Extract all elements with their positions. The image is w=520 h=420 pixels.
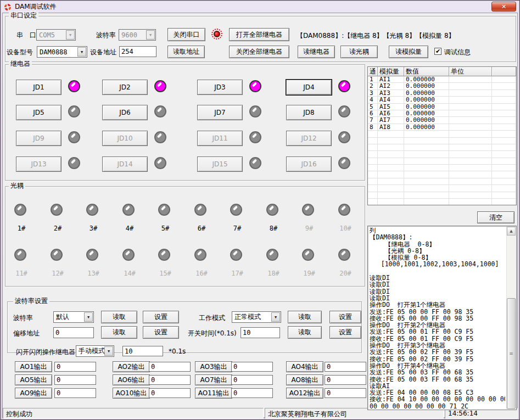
opto-indicator-1 xyxy=(14,204,26,216)
opto-label-15: 15# xyxy=(156,270,174,277)
ao-input-11[interactable] xyxy=(231,388,273,398)
relay-indicator-6 xyxy=(154,105,166,117)
log-line: 【DAM0888】: xyxy=(370,234,505,240)
opto-label-6: 6# xyxy=(193,225,210,232)
scroll-up-icon[interactable]: ▲ xyxy=(507,227,516,236)
ao-button-8[interactable]: AO8输出 xyxy=(286,374,323,385)
ao-button-4[interactable]: AO4输出 xyxy=(286,361,323,372)
opto-indicator-6 xyxy=(194,204,206,216)
opto-label-18: 18# xyxy=(265,270,282,277)
relay-button-jd2[interactable]: JD2 xyxy=(102,80,148,95)
ao-input-10[interactable] xyxy=(149,388,191,398)
relay-button-jd12[interactable]: JD12 xyxy=(286,131,332,146)
relay-button-jd14[interactable]: JD14 xyxy=(102,156,148,172)
opto-label-4: 4# xyxy=(121,225,138,232)
opto-label-13: 13# xyxy=(85,270,102,277)
ao-input-12[interactable] xyxy=(325,388,366,398)
opto-indicator-11 xyxy=(14,249,26,261)
ao-input-8[interactable] xyxy=(325,375,366,385)
opto-label-8: 8# xyxy=(265,225,282,232)
relay-button-jd5[interactable]: JD5 xyxy=(16,105,61,120)
relay-indicator-8 xyxy=(338,105,350,117)
relay-indicator-11 xyxy=(249,131,261,143)
relay-indicator-16 xyxy=(338,157,350,169)
opto-indicator-19 xyxy=(302,249,314,261)
ao-input-9[interactable] xyxy=(54,388,96,398)
ao-button-11[interactable]: AO11输出 xyxy=(195,388,232,399)
opto-label-10: 10# xyxy=(337,225,354,232)
relay-button-jd8[interactable]: JD8 xyxy=(286,105,332,120)
opto-indicator-13 xyxy=(86,249,98,261)
relay-button-jd10[interactable]: JD10 xyxy=(102,131,148,146)
scrollbar-thumb[interactable]: ≡ xyxy=(507,298,516,409)
opto-indicator-5 xyxy=(158,204,170,216)
relay-button-jd9[interactable]: JD9 xyxy=(16,131,61,146)
relay-indicator-14 xyxy=(154,157,166,169)
ao-button-7[interactable]: AO7输出 xyxy=(195,374,232,385)
ao-button-3[interactable]: AO3输出 xyxy=(195,361,232,372)
relay-indicator-10 xyxy=(154,131,166,143)
ao-button-9[interactable]: AO9输出 xyxy=(15,388,52,399)
relay-button-jd1[interactable]: JD1 xyxy=(16,80,61,95)
log-line: 接收:FE 04 10 00 00 00 00 00 00 00 00 00 xyxy=(370,396,505,402)
ao-button-12[interactable]: AO12输出 xyxy=(286,388,323,399)
relay-indicator-9 xyxy=(68,131,80,143)
relay-indicator-1 xyxy=(68,80,80,92)
ao-input-4[interactable] xyxy=(325,362,366,372)
relay-button-jd15[interactable]: JD15 xyxy=(197,156,243,172)
opto-indicator-20 xyxy=(338,249,350,261)
log-line: 发送:FE 05 00 00 FF 00 98 35 xyxy=(370,309,505,315)
ao-button-10[interactable]: AO10输出 xyxy=(113,388,150,399)
ao-button-5[interactable]: AO5输出 xyxy=(15,374,52,385)
log-line: 操作DO 打开第1个继电器 xyxy=(370,301,505,308)
relay-button-jd13[interactable]: JD13 xyxy=(16,156,61,172)
opto-label-2: 2# xyxy=(49,225,66,232)
relay-indicator-4 xyxy=(338,80,350,92)
status-message: 控制成功 xyxy=(3,408,264,419)
ao-input-3[interactable] xyxy=(231,362,273,372)
opto-label-20: 20# xyxy=(337,270,354,277)
relay-button-jd16[interactable]: JD16 xyxy=(286,156,332,172)
relay-indicator-12 xyxy=(338,131,350,143)
log-line: 接收:FE 05 00 03 FF 00 68 35 xyxy=(370,376,505,383)
relay-button-jd11[interactable]: JD11 xyxy=(197,131,243,146)
opto-indicator-3 xyxy=(86,204,98,216)
log-line xyxy=(370,268,505,275)
log-line: 发送:FE 05 00 02 FF 00 39 F5 xyxy=(370,349,505,355)
relay-button-jd3[interactable]: JD3 xyxy=(197,80,243,95)
opto-label-19: 19# xyxy=(300,270,318,277)
relay-indicator-7 xyxy=(249,105,261,117)
opto-indicator-2 xyxy=(51,204,63,216)
opto-indicator-9 xyxy=(302,204,314,216)
relay-indicator-15 xyxy=(249,157,261,169)
opto-label-11: 11# xyxy=(13,270,30,277)
opto-label-3: 3# xyxy=(85,225,102,232)
opto-indicator-17 xyxy=(230,249,242,261)
relay-indicator-13 xyxy=(68,157,80,169)
ao-button-1[interactable]: AO1输出 xyxy=(15,361,52,372)
opto-label-1: 1# xyxy=(13,225,30,232)
ao-input-2[interactable] xyxy=(149,362,191,372)
ao-input-6[interactable] xyxy=(149,375,191,385)
relay-indicator-3 xyxy=(249,80,261,92)
log-panel: 列【DAM0888】: 【继电器 0-8】 【光耦 0-8】 【模拟量 0-8】… xyxy=(367,226,517,410)
relay-button-jd6[interactable]: JD6 xyxy=(102,105,148,120)
opto-label-12: 12# xyxy=(49,270,66,277)
ao-input-1[interactable] xyxy=(54,362,96,372)
opto-label-7: 7# xyxy=(228,225,246,232)
ao-input-7[interactable] xyxy=(231,375,273,385)
opto-indicator-14 xyxy=(122,249,135,261)
opto-label-5: 5# xyxy=(156,225,174,232)
ao-button-6[interactable]: AO6输出 xyxy=(113,374,150,385)
opto-indicator-8 xyxy=(266,204,278,216)
opto-label-17: 17# xyxy=(228,270,246,277)
log-line: 发送:FE 05 00 01 FF 00 C9 F5 xyxy=(370,328,505,335)
ao-input-5[interactable] xyxy=(54,375,96,385)
opto-indicator-4 xyxy=(122,204,135,216)
ao-button-2[interactable]: AO2输出 xyxy=(113,361,150,372)
relay-button-jd4[interactable]: JD4 xyxy=(286,80,332,95)
opto-indicator-7 xyxy=(230,204,242,216)
log-scrollbar[interactable]: ▲ ≡ xyxy=(506,227,516,409)
relay-button-jd7[interactable]: JD7 xyxy=(197,105,243,120)
opto-label-9: 9# xyxy=(300,225,318,232)
